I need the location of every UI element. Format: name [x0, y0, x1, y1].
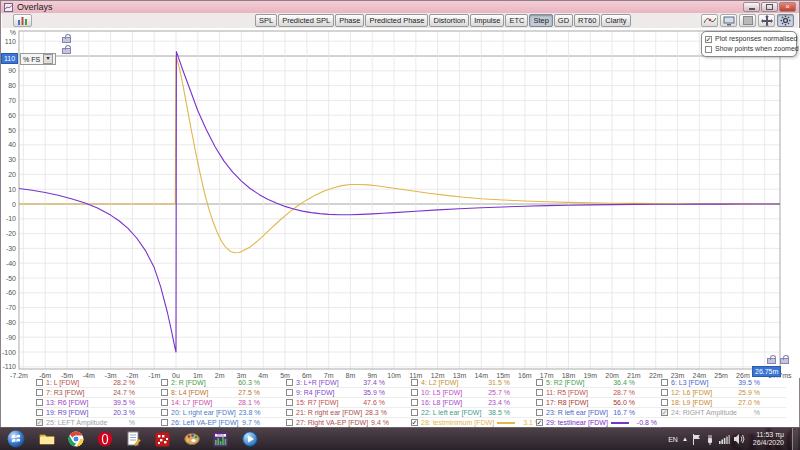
flag-icon[interactable]: [692, 434, 701, 445]
tab-spl[interactable]: SPL: [255, 14, 277, 27]
legend-item[interactable]: 19: R9 [FDW]20.3 %: [36, 408, 161, 418]
legend-checkbox[interactable]: [536, 409, 543, 416]
legend-checkbox[interactable]: [286, 399, 293, 406]
language-indicator[interactable]: EN: [668, 436, 678, 443]
step-chart[interactable]: %1101009080706050403020100-10-20-30-40-5…: [1, 28, 800, 378]
legend-item[interactable]: 13: R6 [FDW]39.5 %: [36, 398, 161, 408]
taskbar-app-media-player[interactable]: [236, 429, 263, 449]
minimize-button[interactable]: [743, 2, 760, 12]
tab-phase[interactable]: Phase: [335, 14, 364, 27]
legend-item[interactable]: 15: R7 [FDW]47.6 %: [286, 398, 411, 408]
tab-predicted-spl[interactable]: Predicted SPL: [278, 14, 334, 27]
legend-checkbox[interactable]: [286, 389, 293, 396]
graph-capture-button[interactable]: [13, 14, 32, 27]
fill-button[interactable]: [739, 14, 756, 27]
x-axis-limit-input[interactable]: 26.75m: [752, 366, 781, 377]
legend-item[interactable]: 22: L left ear [FDW]38.5 %: [411, 408, 536, 418]
legend-checkbox[interactable]: ✓: [661, 409, 668, 416]
tab-predicted-phase[interactable]: Predicted Phase: [365, 14, 428, 27]
legend-item[interactable]: 12: L6 [FDW]25.9 %: [661, 388, 786, 398]
legend-checkbox[interactable]: [661, 389, 668, 396]
taskbar-app-red-grid-app[interactable]: [149, 429, 176, 449]
power-icon[interactable]: [705, 434, 715, 445]
legend-checkbox[interactable]: [36, 389, 43, 396]
legend-checkbox[interactable]: [286, 419, 293, 426]
restore-button[interactable]: [761, 2, 778, 12]
legend-item[interactable]: 9: R4 [FDW]35.9 %: [286, 388, 411, 398]
legend-item[interactable]: 20: L right ear [FDW]23.8 %: [161, 408, 286, 418]
legend-checkbox[interactable]: [536, 399, 543, 406]
taskbar-app-chrome[interactable]: [62, 429, 89, 449]
legend-item[interactable]: 17: R8 [FDW]56.0 %: [536, 398, 661, 408]
legend-item[interactable]: 10: L5 [FDW]25.7 %: [411, 388, 536, 398]
tab-gd[interactable]: GD: [554, 14, 573, 27]
clock[interactable]: 11:53 πμ 26/4/2020: [749, 431, 788, 447]
legend-checkbox[interactable]: [286, 409, 293, 416]
legend-checkbox[interactable]: [161, 379, 168, 386]
y-axis-limit-input[interactable]: 110: [1, 53, 18, 64]
taskbar-app-explorer[interactable]: [33, 429, 60, 449]
legend-checkbox[interactable]: [161, 409, 168, 416]
traces-button[interactable]: [701, 14, 718, 27]
legend-checkbox[interactable]: [411, 399, 418, 406]
legend-checkbox[interactable]: [536, 389, 543, 396]
tab-clarity[interactable]: Clarity: [601, 14, 630, 27]
monitor-button[interactable]: [720, 14, 737, 27]
network-icon[interactable]: [719, 434, 730, 444]
legend-checkbox[interactable]: [411, 409, 418, 416]
legend-checkbox[interactable]: [661, 399, 668, 406]
lock-icon[interactable]: [62, 48, 71, 54]
checkbox[interactable]: ✓: [705, 36, 712, 43]
taskbar-app-rew[interactable]: REW: [207, 429, 234, 449]
legend-item[interactable]: 21: R right ear [FDW]28.3 %: [286, 408, 411, 418]
y-unit-selector[interactable]: % FS ▾: [20, 53, 56, 65]
volume-icon[interactable]: [734, 434, 745, 444]
title-bar[interactable]: Overlays ×: [1, 1, 799, 13]
legend-item[interactable]: 23: R left ear [FDW]16.7 %: [536, 408, 661, 418]
tab-step[interactable]: Step: [529, 14, 552, 27]
legend-item[interactable]: 6: L3 [FDW]39.5 %: [661, 378, 786, 388]
close-button[interactable]: ×: [779, 2, 796, 12]
legend-checkbox[interactable]: [536, 379, 543, 386]
pan-button[interactable]: [758, 14, 775, 27]
start-button[interactable]: [1, 429, 31, 449]
legend-item[interactable]: 8: L4 [FDW]27.5 %: [161, 388, 286, 398]
legend-item[interactable]: 3: L+R [FDW]37.4 %: [286, 378, 411, 388]
lock-icon[interactable]: [780, 358, 789, 364]
legend-item[interactable]: 14: L7 [FDW]28.1 %: [161, 398, 286, 408]
legend-checkbox[interactable]: [161, 419, 168, 426]
tab-rt60[interactable]: RT60: [574, 14, 600, 27]
tab-distortion[interactable]: Distortion: [429, 14, 469, 27]
gear-button[interactable]: [777, 14, 794, 27]
taskbar-app-paint[interactable]: [178, 429, 205, 449]
legend-checkbox[interactable]: ✓: [536, 419, 543, 426]
legend-item[interactable]: 4: L2 [FDW]31.5 %: [411, 378, 536, 388]
popup-option[interactable]: Show points when zoomed in: [705, 44, 793, 54]
legend-checkbox[interactable]: [36, 399, 43, 406]
show-desktop-button[interactable]: [792, 428, 798, 450]
taskbar-app-notepad[interactable]: [120, 429, 147, 449]
legend-checkbox[interactable]: [411, 389, 418, 396]
legend-item[interactable]: 11: R5 [FDW]28.7 %: [536, 388, 661, 398]
legend-item[interactable]: 18: L9 [FDW]27.0 %: [661, 398, 786, 408]
legend-checkbox[interactable]: [161, 399, 168, 406]
legend-checkbox[interactable]: [161, 389, 168, 396]
legend-checkbox[interactable]: [661, 379, 668, 386]
legend-checkbox[interactable]: ✓: [411, 419, 418, 426]
legend-item[interactable]: 5: R2 [FDW]36.4 %: [536, 378, 661, 388]
legend-checkbox[interactable]: [286, 379, 293, 386]
legend-item[interactable]: 7: R3 [FDW]24.7 %: [36, 388, 161, 398]
lock-icon[interactable]: [62, 37, 71, 43]
legend-checkbox[interactable]: [36, 379, 43, 386]
legend-item[interactable]: 2: R [FDW]60.3 %: [161, 378, 286, 388]
tab-etc[interactable]: ETC: [505, 14, 528, 27]
tab-impulse[interactable]: Impulse: [470, 14, 504, 27]
legend-item[interactable]: ✓24: RIGHT Amplitude%: [661, 408, 786, 418]
legend-item[interactable]: 16: L8 [FDW]23.4 %: [411, 398, 536, 408]
taskbar-app-opera[interactable]: [91, 429, 118, 449]
tray-expand-icon[interactable]: ▲: [682, 436, 688, 442]
lock-icon[interactable]: [767, 358, 776, 364]
legend-checkbox[interactable]: [36, 409, 43, 416]
legend-item[interactable]: 1: L [FDW]28.2 %: [36, 378, 161, 388]
checkbox[interactable]: [705, 46, 712, 53]
